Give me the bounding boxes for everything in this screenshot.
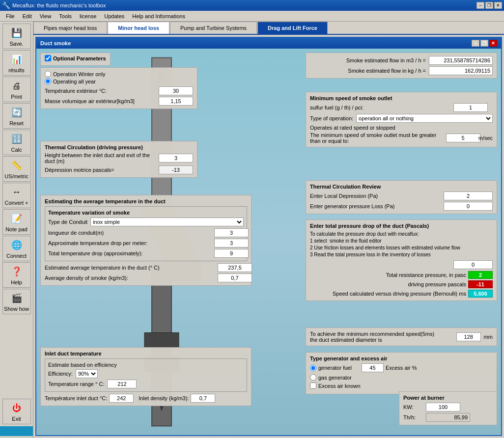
generator-panel: Type generator and excess air generator … — [306, 352, 497, 394]
min-speed-title: Minimum speed of smoke outlet — [310, 95, 493, 101]
excess-unit: Excess air % — [386, 365, 417, 371]
sidebar-save[interactable]: 💾 Save. — [2, 24, 31, 49]
type-conduit-label: Type de Conduit — [48, 219, 87, 225]
avg-temp-input[interactable]: 237,5 — [218, 263, 252, 272]
dialog-restore-btn[interactable]: ❐ — [480, 40, 488, 47]
type-conduit-select[interactable]: inox simple — [90, 218, 244, 226]
operation-winter-radio[interactable] — [45, 71, 51, 77]
min-recommended-row: To achieve the minimum recommended speed… — [310, 331, 493, 343]
speed-calc-value: 5,606 — [468, 290, 493, 298]
sidebar-exit[interactable]: ⏻ Exit — [2, 399, 31, 424]
local-depression-input[interactable]: 2 — [444, 192, 493, 200]
thermal-review-grid: Enter Local Depression (Pa) 2 Enter gene… — [310, 192, 493, 211]
menu-updates[interactable]: Updates — [100, 12, 128, 20]
optional-params-label: Optional Parameters — [53, 55, 106, 61]
main-container: 💾 Save. 📊 résults 🖨 Print 🔄 Reset 🔢 Calc… — [0, 22, 504, 438]
sidebar-reset[interactable]: 🔄 Reset — [2, 103, 31, 129]
operation-allyear-radio[interactable] — [45, 78, 51, 84]
thermal-review-panel: Thermal Circulation Review Enter Local D… — [306, 180, 497, 214]
menu-tools[interactable]: Tools — [55, 12, 76, 20]
excess-air-checkbox[interactable] — [310, 383, 316, 389]
thermal-height-label: Height between the inlet duct and exit o… — [45, 152, 156, 164]
avg-temp-label: Estimated average temperature in the duc… — [45, 265, 215, 271]
tab-drag-lift[interactable]: Drag and Lift Force — [257, 22, 328, 34]
dialog-title-bar: Duct smoke − ❐ ✕ — [36, 38, 501, 49]
longueur-input[interactable]: 3 — [214, 228, 249, 237]
efficiency-select[interactable]: 90% — [76, 369, 98, 378]
kw-input[interactable]: 100 — [426, 403, 460, 411]
pressure-drop-input[interactable]: 0 — [453, 260, 493, 269]
calc-icon: 🔢 — [10, 132, 24, 146]
sulfur-input[interactable]: 1 — [453, 103, 488, 112]
title-bar: 🔧 Mecaflux: the fluids mechanic's toolbo… — [0, 0, 504, 11]
thermal-depression-input[interactable]: -13 — [159, 165, 193, 174]
min-speed-unit: m/sec — [478, 135, 493, 141]
excess-air-label: Excess air known — [318, 383, 361, 389]
temp-inlet-input[interactable]: 242 — [109, 394, 134, 403]
tab-minor-head[interactable]: Minor head loss — [108, 22, 169, 34]
excess-value-input[interactable]: 45 — [362, 363, 384, 372]
operation-type-select[interactable]: operation all or nothing — [356, 114, 493, 123]
menu-license[interactable]: license — [76, 12, 100, 20]
tab-pipes-major[interactable]: Pipes major head loss — [33, 22, 107, 34]
avg-density-label: Average density of smoke (kg/m3): — [45, 275, 215, 281]
sidebar-print[interactable]: 🖨 Print — [2, 77, 31, 102]
efficiency-label: Efficiency: — [48, 371, 73, 377]
sidebar-usmetric[interactable]: 📏 US/metric — [2, 156, 31, 182]
inlet-density-input[interactable]: 0,7 — [191, 394, 215, 403]
dialog-min-btn[interactable]: − — [472, 40, 479, 47]
sidebar-showhow[interactable]: 🎬 Show how — [2, 289, 31, 314]
min-speed-input[interactable]: 5 — [446, 134, 480, 142]
total-drop-input[interactable]: 9 — [214, 249, 249, 258]
inlet-density-label: Inlet density (kg/m3): — [139, 395, 189, 401]
sidebar-convert[interactable]: ↔ Convert + — [2, 183, 31, 208]
optional-params-checkbox[interactable] — [45, 55, 51, 61]
sidebar-results[interactable]: 📊 résults — [2, 50, 31, 76]
flow-kg-value: 162,09115 — [429, 66, 493, 75]
generator-pressure-input[interactable]: 0 — [444, 202, 493, 211]
temp-ext-input[interactable]: 30 — [159, 86, 193, 95]
dialog-controls: − ❐ ✕ — [472, 40, 497, 47]
content-area: Pipes major head loss Minor head loss Pu… — [33, 22, 504, 438]
status-text: 178FBFF — [0, 427, 18, 433]
minimize-btn[interactable]: − — [476, 2, 484, 9]
generator-title: Type generator and excess air — [310, 356, 493, 361]
generator-gas-radio[interactable] — [310, 374, 316, 381]
sidebar-connect[interactable]: 🌐 Connect — [2, 236, 31, 261]
masse-vol-input[interactable]: 1,15 — [159, 97, 193, 106]
diameter-value-input[interactable]: 128 — [456, 332, 481, 341]
restore-btn[interactable]: ❐ — [485, 2, 493, 9]
pressure-drop-input-row: 0 — [310, 260, 493, 269]
print-icon: 🖨 — [10, 79, 24, 93]
total-resistance-label: Total resistance pressure, in pasc — [310, 272, 466, 278]
generator-fuel-radio[interactable] — [310, 365, 316, 371]
menu-help[interactable]: Help and Informations — [128, 12, 189, 20]
min-speed-grid: sulfur fuel (g / th) / pci: 1 — [310, 103, 493, 112]
avg-density-input[interactable]: 0,7 — [218, 274, 252, 282]
thermal-depression-label: Dépression motrice pascals= — [45, 167, 156, 173]
approx-drop-label: Approximate temperature drop per meter: — [48, 240, 211, 246]
menu-file[interactable]: File — [2, 12, 19, 20]
connect-icon: 🌐 — [10, 238, 24, 252]
min-speed-desc-label: The minimum speed of smoke outlet must b… — [310, 132, 443, 144]
temp-ext-label: Température extérieur °C: — [45, 88, 156, 94]
total-resistance-value: 2 — [468, 271, 493, 279]
close-btn[interactable]: ✕ — [494, 2, 502, 9]
tab-pump-turbine[interactable]: Pump and Turbine Systems — [170, 22, 257, 34]
approx-drop-input[interactable]: 3 — [214, 239, 249, 247]
temp-range-input[interactable]: 212 — [107, 380, 137, 388]
temp-inlet-label: Température inlet duct °C: — [45, 395, 107, 401]
title-bar-controls: − ❐ ✕ — [476, 2, 502, 9]
dialog-close-btn[interactable]: ✕ — [489, 40, 497, 47]
generator-radio-row: generator fuel 45 Excess air % — [310, 363, 493, 372]
sidebar-help[interactable]: ❓ Help — [2, 262, 31, 288]
thermal-height-input[interactable]: 3 — [159, 154, 193, 163]
sidebar-calc[interactable]: 🔢 Calc — [2, 130, 31, 155]
menu-view[interactable]: View — [36, 12, 56, 20]
thermal-panel: Thermal Circulation (driving pressure) H… — [40, 141, 197, 178]
inlet-duct-inner: Estimate based on efficiency Efficiency:… — [45, 358, 247, 392]
temp-variation-inner: Temperature variation of smoke Type de C… — [45, 206, 247, 261]
menu-edit[interactable]: Edit — [19, 12, 36, 20]
sidebar-notepad[interactable]: 📝 Note pad — [2, 209, 31, 235]
exit-icon: ⏻ — [10, 401, 24, 415]
